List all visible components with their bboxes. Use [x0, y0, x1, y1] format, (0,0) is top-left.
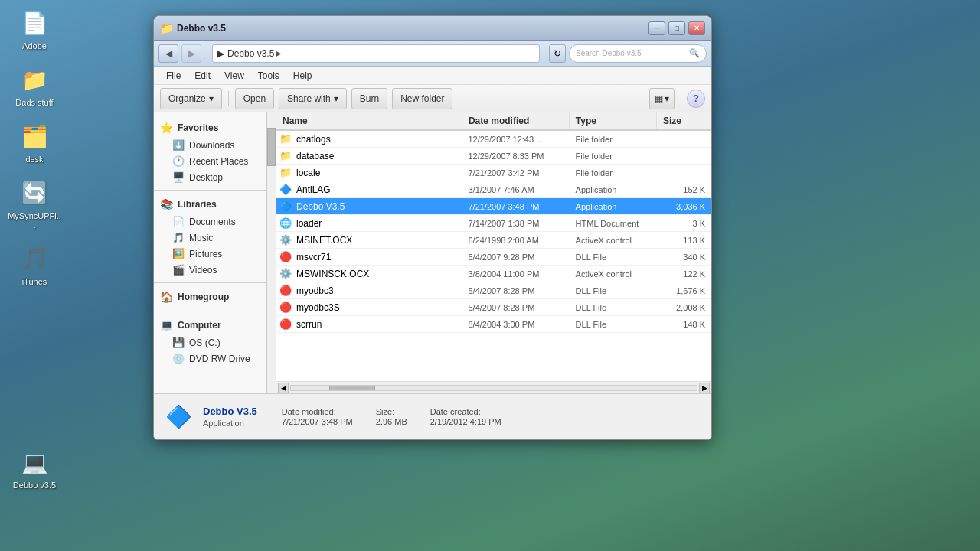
sidebar-section-favorites: ⭐ Favorites ⬇️ Downloads 🕐 Recent Places…	[154, 119, 276, 185]
sidebar-item-music[interactable]: 🎵 Music	[154, 230, 276, 246]
path-text: Debbo v3.5	[227, 48, 274, 59]
file-type-icon: 🔴	[279, 285, 292, 296]
table-row[interactable]: 📁 locale 7/21/2007 3:42 PM File folder	[276, 165, 711, 181]
table-row[interactable]: 🔷 Debbo V3.5 7/21/2007 3:48 PM Applicati…	[276, 198, 711, 215]
hscroll-left-button[interactable]: ◀	[278, 383, 289, 393]
date-created-value: 2/19/2012 4:19 PM	[430, 417, 501, 426]
search-icon: 🔍	[689, 48, 700, 58]
menu-help[interactable]: Help	[287, 69, 318, 83]
new-folder-button[interactable]: New folder	[392, 88, 452, 109]
back-button[interactable]: ◀	[158, 44, 178, 63]
sidebar-item-recent-places[interactable]: 🕐 Recent Places	[154, 153, 276, 169]
minimize-button[interactable]: ─	[648, 21, 665, 35]
itunes-label: iTunes	[22, 277, 47, 286]
file-type-icon: 📁	[279, 150, 292, 161]
menu-edit[interactable]: Edit	[188, 69, 217, 83]
status-size: Size: 2.96 MB	[376, 407, 407, 426]
sidebar-item-os-c[interactable]: 💾 OS (C:)	[154, 334, 276, 350]
col-header-modified[interactable]: Date modified	[462, 112, 570, 129]
sidebar-libraries-header[interactable]: 📚 Libraries	[154, 195, 276, 214]
sidebar-section-computer: 💻 Computer 💾 OS (C:) 💿 DVD RW Drive	[154, 316, 276, 367]
sidebar-item-downloads[interactable]: ⬇️ Downloads	[154, 137, 276, 153]
col-header-size[interactable]: Size	[657, 112, 711, 129]
desktop-icon-itunes[interactable]: 🎵 iTunes	[8, 243, 61, 286]
table-row[interactable]: 📁 database 12/29/2007 8:33 PM File folde…	[276, 148, 711, 165]
desktop-icon-debbo[interactable]: 💻 Debbo v3.5	[8, 447, 61, 490]
col-header-type[interactable]: Type	[570, 112, 657, 129]
forward-button[interactable]: ▶	[181, 44, 201, 63]
sidebar-item-pictures[interactable]: 🖼️ Pictures	[154, 246, 276, 262]
menu-tools[interactable]: Tools	[252, 69, 286, 83]
organize-button[interactable]: Organize ▾	[160, 88, 222, 109]
table-row[interactable]: ⚙️ MSWINSCK.OCX 3/8/2004 11:00 PM Active…	[276, 266, 711, 282]
file-name-text: myodbc3	[296, 285, 334, 296]
main-area: ⭐ Favorites ⬇️ Downloads 🕐 Recent Places…	[154, 112, 711, 393]
desktop-label-sidebar: Desktop	[189, 172, 223, 183]
sidebar-homegroup-header[interactable]: 🏠 Homegroup	[154, 288, 276, 306]
desktop-icon-mysynchup[interactable]: 🔄 MySyncUPFi...	[8, 178, 61, 230]
table-row[interactable]: 🔴 myodbc3S 5/4/2007 8:28 PM DLL File 2,0…	[276, 299, 711, 316]
dvd-rw-icon: 💿	[172, 353, 185, 364]
horizontal-scrollbar[interactable]: ◀ ▶	[276, 381, 711, 393]
file-type-cell: ActiveX control	[570, 236, 657, 245]
open-button[interactable]: Open	[235, 88, 274, 109]
search-box[interactable]: Search Debbo v3.5 🔍	[569, 44, 707, 63]
sidebar-item-dvd-rw[interactable]: 💿 DVD RW Drive	[154, 350, 276, 367]
file-type-cell: ActiveX control	[570, 269, 657, 279]
share-with-label: Share with	[287, 93, 331, 104]
file-size-cell: 3 K	[657, 219, 711, 228]
file-name-cell: 🔴 msvcr71	[276, 251, 462, 262]
burn-button[interactable]: Burn	[351, 88, 387, 109]
file-name-text: AntiLAG	[296, 184, 331, 195]
status-details: Date modified: 7/21/2007 3:48 PM Size: 2…	[282, 407, 501, 426]
help-button[interactable]: ?	[687, 90, 705, 108]
file-size-cell: 340 K	[657, 253, 711, 262]
table-row[interactable]: 🔴 msvcr71 5/4/2007 9:28 PM DLL File 340 …	[276, 249, 711, 266]
favorites-label: Favorites	[178, 122, 218, 133]
menu-file[interactable]: File	[160, 69, 187, 83]
col-header-name[interactable]: Name	[276, 112, 462, 129]
downloads-label: Downloads	[189, 140, 234, 151]
table-row[interactable]: 🔷 AntiLAG 3/1/2007 7:46 AM Application 1…	[276, 181, 711, 198]
sidebar-computer-header[interactable]: 💻 Computer	[154, 316, 276, 334]
desktop-icon-dads-stuff[interactable]: 📁 Dads stuff	[8, 64, 61, 107]
share-with-button[interactable]: Share with ▾	[279, 88, 347, 109]
status-info: Debbo V3.5 Application	[203, 406, 257, 428]
file-name-text: chatlogs	[296, 134, 331, 145]
close-button[interactable]: ✕	[688, 21, 705, 35]
maximize-button[interactable]: □	[668, 21, 685, 35]
table-row[interactable]: ⚙️ MSINET.OCX 6/24/1998 2:00 AM ActiveX …	[276, 232, 711, 249]
desktop-icon-desk[interactable]: 🗂️ desk	[8, 121, 61, 164]
file-name-cell: 🔴 myodbc3S	[276, 302, 462, 313]
desktop-icon-adobe[interactable]: 📄 Adobe	[8, 8, 61, 51]
file-name-text: myodbc3S	[296, 302, 340, 313]
file-date-cell: 8/4/2004 3:00 PM	[462, 320, 569, 329]
table-row[interactable]: 🔴 scrrun 8/4/2004 3:00 PM DLL File 148 K	[276, 316, 711, 333]
sidebar-item-desktop[interactable]: 🖥️ Desktop	[154, 169, 276, 185]
file-date-cell: 7/21/2007 3:42 PM	[462, 168, 569, 178]
sidebar-favorites-header[interactable]: ⭐ Favorites	[154, 119, 276, 137]
file-type-icon: 🔷	[279, 184, 292, 195]
hscroll-right-button[interactable]: ▶	[699, 383, 710, 393]
view-button[interactable]: ▦ ▾	[649, 88, 675, 109]
desktop: 📄 Adobe 📁 Dads stuff 🗂️ desk 🔄 MySyncUPF…	[0, 0, 980, 551]
address-field[interactable]: ▶ Debbo v3.5 ▶	[212, 44, 540, 63]
table-row[interactable]: 🌐 loader 7/14/2007 1:38 PM HTML Document…	[276, 215, 711, 232]
file-name-text: msvcr71	[296, 252, 331, 262]
menu-view[interactable]: View	[218, 69, 250, 83]
desk-icon: 🗂️	[19, 121, 50, 152]
file-name-text: database	[296, 151, 334, 161]
sidebar-scrollbar[interactable]	[266, 112, 276, 393]
table-row[interactable]: 📁 chatlogs 12/29/2007 12:43 ... File fol…	[276, 131, 711, 148]
date-modified-label: Date modified:	[282, 407, 353, 416]
file-type-icon: 🌐	[279, 217, 292, 229]
sidebar-item-documents[interactable]: 📄 Documents	[154, 214, 276, 230]
music-icon: 🎵	[172, 232, 185, 243]
file-type-cell: Application	[570, 185, 657, 194]
hscroll-track[interactable]	[290, 385, 697, 391]
refresh-button[interactable]: ↻	[549, 44, 566, 63]
status-bar: 🔷 Debbo V3.5 Application Date modified: …	[154, 393, 711, 439]
status-file-type: Application	[203, 419, 257, 428]
sidebar-item-videos[interactable]: 🎬 Videos	[154, 262, 276, 278]
table-row[interactable]: 🔴 myodbc3 5/4/2007 8:28 PM DLL File 1,67…	[276, 282, 711, 299]
